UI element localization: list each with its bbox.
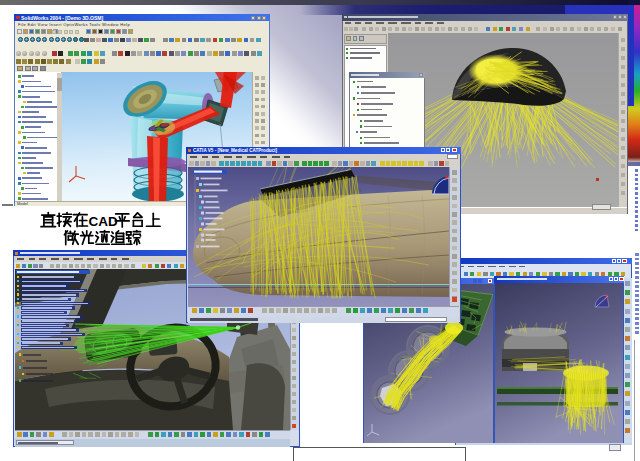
svg-text:CAD: CAD	[89, 214, 118, 229]
